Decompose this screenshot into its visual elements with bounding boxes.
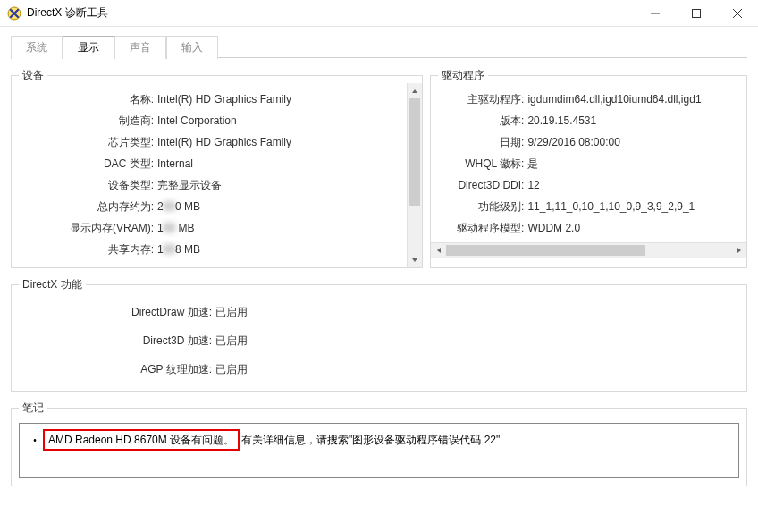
scroll-left-icon[interactable] [431, 243, 446, 258]
label: AGP 纹理加速: [19, 355, 215, 384]
device-legend: 设备 [19, 68, 47, 83]
value: igdumdim64.dll,igd10iumd64.dll,igd1 [527, 89, 701, 110]
notes-textbox[interactable]: • AMD Radeon HD 8670M 设备有问题。 有关详细信息，请搜索"… [19, 423, 739, 478]
titlebar: DirectX 诊断工具 [0, 0, 758, 27]
scroll-track[interactable] [408, 98, 422, 252]
value: Intel(R) HD Graphics Family [157, 131, 291, 153]
value: 已启用 [215, 326, 248, 355]
driver-hscrollbar[interactable] [431, 242, 746, 258]
label: DirectDraw 加速: [19, 298, 215, 326]
label: 驱动程序模型: [438, 217, 527, 239]
value: 完整显示设备 [157, 174, 222, 196]
value: WDDM 2.0 [527, 217, 580, 239]
label: 制造商: [19, 110, 157, 131]
value-text: 1 [157, 222, 164, 234]
label: WHQL 徽标: [438, 153, 527, 174]
note-highlight: AMD Radeon HD 8670M 设备有问题。 [43, 429, 240, 451]
label: 芯片类型: [19, 131, 157, 153]
notes-group: 笔记 • AMD Radeon HD 8670M 设备有问题。 有关详细信息，请… [11, 401, 747, 486]
value-text: 2 [157, 200, 164, 213]
label: 版本: [438, 110, 527, 131]
directx-features-group: DirectX 功能 DirectDraw 加速:已启用 Direct3D 加速… [11, 277, 747, 392]
scroll-right-icon[interactable] [731, 243, 746, 258]
device-group: 设备 名称:Intel(R) HD Graphics Family 制造商:In… [11, 68, 423, 268]
value: 已启用 [215, 298, 248, 326]
value: 已启用 [215, 355, 248, 384]
label: 共享内存: [19, 239, 157, 260]
value: 20.19.15.4531 [527, 110, 596, 131]
scroll-up-icon[interactable] [408, 83, 422, 98]
driver-legend: 驱动程序 [438, 68, 488, 83]
value: 11_1,11_0,10_1,10_0,9_3,9_2,9_1 [527, 196, 695, 217]
scroll-track[interactable] [446, 243, 731, 258]
tab-display[interactable]: 显示 [63, 36, 114, 59]
label: 显示内存(VRAM): [19, 217, 157, 239]
label: Direct3D DDI: [438, 174, 527, 196]
value: Internal [157, 153, 193, 174]
value: 12 [527, 174, 539, 196]
driver-group: 驱动程序 主驱动程序:igdumdim64.dll,igd10iumd64.dl… [430, 68, 747, 268]
label: DAC 类型: [19, 153, 157, 174]
value: Intel(R) HD Graphics Family [157, 89, 291, 110]
minimize-button[interactable] [635, 0, 676, 27]
value: 是 [527, 153, 538, 174]
window-title: DirectX 诊断工具 [27, 5, 108, 21]
tab-system[interactable]: 系统 [11, 36, 63, 59]
scroll-down-icon[interactable] [408, 252, 422, 267]
dx-legend: DirectX 功能 [19, 277, 86, 292]
value-text: 8 MB [175, 243, 200, 256]
notes-legend: 笔记 [19, 401, 47, 416]
label: 设备类型: [19, 174, 157, 196]
value: 1008 MB [157, 239, 200, 260]
label: 日期: [438, 131, 527, 153]
label: Direct3D 加速: [19, 326, 215, 355]
value: 9/29/2016 08:00:00 [527, 131, 619, 153]
value-text: 1 [157, 243, 164, 256]
note-row: • AMD Radeon HD 8670M 设备有问题。 有关详细信息，请搜索"… [27, 429, 731, 451]
scroll-thumb[interactable] [409, 98, 420, 206]
value: 100 MB [157, 217, 194, 239]
note-tail: 有关详细信息，请搜索"图形设备驱动程序错误代码 22" [240, 433, 500, 448]
tab-bar: 系统 显示 声音 输入 [11, 36, 747, 58]
value: 2000 MB [157, 196, 200, 217]
tab-input[interactable]: 输入 [166, 36, 218, 59]
device-vscrollbar[interactable] [407, 83, 422, 267]
scroll-thumb[interactable] [446, 245, 645, 256]
value-text: MB [175, 222, 194, 234]
label: 总内存约为: [19, 196, 157, 217]
app-icon [7, 6, 21, 21]
tab-sound[interactable]: 声音 [114, 36, 166, 59]
maximize-button[interactable] [676, 0, 717, 27]
bullet-icon: • [27, 435, 43, 445]
label: 主驱动程序: [438, 89, 527, 110]
label: 功能级别: [438, 196, 527, 217]
svg-rect-1 [693, 9, 701, 17]
value-text: 0 MB [175, 200, 200, 213]
value: Intel Corporation [157, 110, 237, 131]
close-button[interactable] [717, 0, 758, 27]
label: 名称: [19, 89, 157, 110]
